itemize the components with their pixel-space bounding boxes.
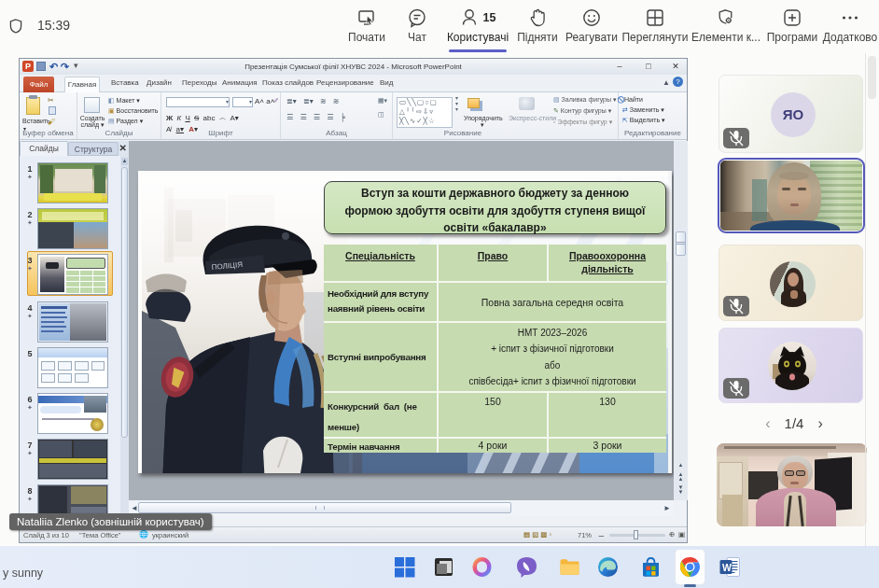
svg-text:W: W bbox=[722, 562, 732, 573]
